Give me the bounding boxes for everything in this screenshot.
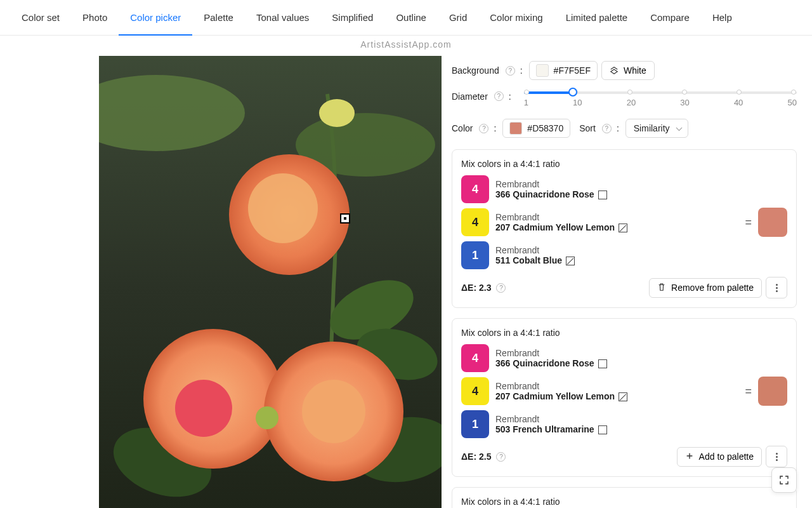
kebab-icon	[776, 284, 778, 292]
help-icon[interactable]: ?	[496, 283, 506, 293]
square-icon	[598, 190, 607, 199]
background-label: Background	[452, 65, 499, 76]
svg-point-14	[256, 406, 278, 429]
controls-panel: Background ? : #F7F5EF White Diameter ? …	[444, 50, 812, 508]
help-icon[interactable]: ?	[494, 91, 504, 101]
mix-ratio-text: Mix colors in a 4:4:1 ratio	[461, 159, 787, 169]
square-icon	[598, 425, 607, 434]
nav-tab-color-set[interactable]: Color set	[10, 0, 71, 36]
top-nav: Color setPhotoColor pickerPaletteTonal v…	[0, 0, 812, 36]
square-icon	[598, 359, 607, 368]
photo-canvas[interactable]	[99, 56, 442, 508]
white-button[interactable]: White	[601, 61, 655, 80]
nav-tab-outline[interactable]: Outline	[384, 0, 438, 36]
watermark: ArtistAssistApp.com	[0, 39, 812, 50]
plus-icon	[685, 451, 694, 462]
mix-component-row: 4Rembrandt207 Cadmium Yellow Lemon	[461, 208, 738, 236]
sort-label: Sort	[579, 123, 596, 133]
color-picker-crosshair[interactable]	[340, 213, 350, 224]
ratio-badge: 4	[461, 377, 489, 405]
background-color-chip[interactable]: #F7F5EF	[529, 61, 598, 80]
remove-from-palette-button[interactable]: Remove from palette	[649, 278, 762, 298]
nav-tab-help[interactable]: Help	[701, 0, 743, 36]
equals-sign: =	[745, 216, 752, 229]
help-icon[interactable]: ?	[496, 452, 506, 462]
picked-color-chip[interactable]: #D58370	[502, 119, 570, 138]
trash-icon	[657, 283, 666, 293]
ratio-badge: 1	[461, 241, 489, 269]
picked-color-hex: #D58370	[527, 123, 563, 133]
svg-point-13	[302, 380, 365, 443]
result-swatch	[758, 208, 787, 237]
add-to-palette-button[interactable]: Add to palette	[677, 447, 762, 467]
image-panel	[0, 50, 444, 508]
svg-point-11	[175, 380, 232, 437]
svg-point-9	[248, 173, 318, 243]
transparency-icon	[566, 257, 575, 265]
transparency-icon	[619, 224, 627, 232]
transparency-icon	[619, 392, 627, 401]
delta-e-value: ΔE: 2.3	[461, 283, 491, 293]
slider-handle[interactable]	[568, 88, 577, 97]
equals-sign: =	[745, 385, 752, 398]
diameter-label: Diameter	[452, 91, 488, 102]
mix-ratio-text: Mix colors in a 4:4:1 ratio	[461, 497, 787, 507]
nav-tab-grid[interactable]: Grid	[438, 0, 478, 36]
nav-tab-tonal-values[interactable]: Tonal values	[245, 0, 320, 36]
mix-result-card: Mix colors in a 4:4:1 ratio4Rembrandt366…	[452, 318, 797, 477]
mix-component-row: 1Rembrandt511 Cobalt Blue	[461, 241, 738, 269]
mix-component-row: 4Rembrandt366 Quinacridone Rose	[461, 344, 738, 372]
ratio-badge: 4	[461, 175, 489, 203]
ratio-badge: 1	[461, 410, 489, 438]
help-icon[interactable]: ?	[602, 124, 612, 133]
more-options-button[interactable]	[766, 277, 787, 298]
nav-tab-palette[interactable]: Palette	[192, 0, 245, 36]
svg-point-7	[319, 99, 355, 127]
background-hex: #F7F5EF	[554, 65, 591, 76]
set-white-icon	[610, 66, 619, 75]
kebab-icon	[776, 453, 778, 461]
picked-color-swatch	[509, 122, 522, 135]
nav-tab-simplified[interactable]: Simplified	[320, 0, 384, 36]
help-icon[interactable]: ?	[506, 66, 515, 76]
mix-component-row: 4Rembrandt366 Quinacridone Rose	[461, 175, 738, 203]
mix-result-card: Mix colors in a 4:4:1 ratio4Rembrandt366…	[452, 149, 797, 308]
mix-component-row: 1Rembrandt503 French Ultramarine	[461, 410, 738, 438]
ratio-badge: 4	[461, 344, 489, 372]
result-swatch	[758, 377, 787, 406]
mix-component-row: 4Rembrandt207 Cadmium Yellow Lemon	[461, 377, 738, 405]
delta-e-value: ΔE: 2.5	[461, 451, 491, 462]
ratio-badge: 4	[461, 208, 489, 236]
mix-result-card: Mix colors in a 4:4:1 ratio	[452, 487, 797, 508]
more-options-button[interactable]	[766, 446, 787, 467]
nav-tab-limited-palette[interactable]: Limited palette	[554, 0, 639, 36]
fullscreen-button[interactable]	[771, 467, 797, 493]
nav-tab-color-mixing[interactable]: Color mixing	[478, 0, 554, 36]
expand-icon	[779, 475, 789, 485]
color-label: Color	[452, 123, 473, 133]
background-swatch	[536, 64, 549, 77]
nav-tab-compare[interactable]: Compare	[639, 0, 701, 36]
nav-tab-photo[interactable]: Photo	[71, 0, 119, 36]
nav-tab-color-picker[interactable]: Color picker	[119, 0, 192, 36]
help-icon[interactable]: ?	[479, 124, 488, 133]
mix-ratio-text: Mix colors in a 4:4:1 ratio	[461, 328, 787, 338]
sort-select[interactable]: Similarity	[625, 119, 688, 138]
diameter-slider[interactable]: 11020304050	[524, 91, 797, 107]
